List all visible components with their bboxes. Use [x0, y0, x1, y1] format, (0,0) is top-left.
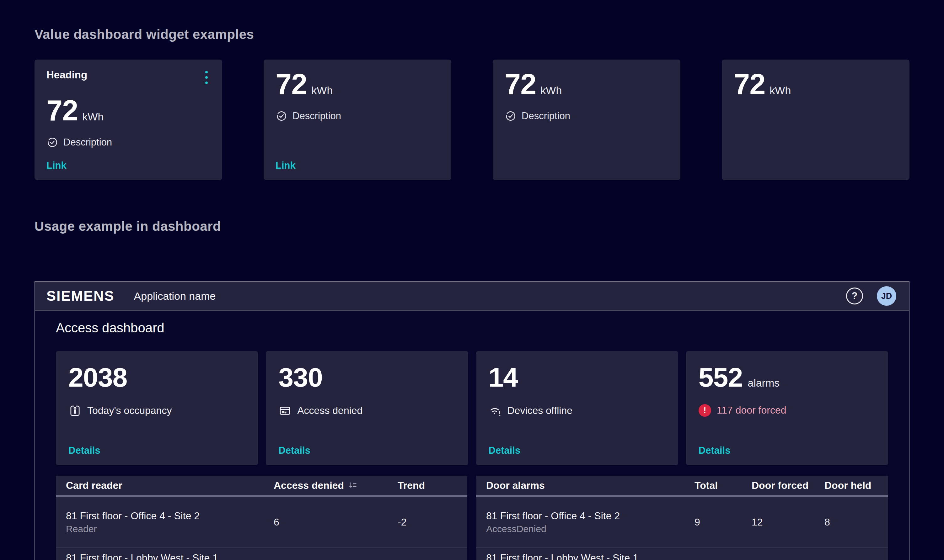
- widget-value: 72: [276, 69, 307, 99]
- widget-description: Description: [63, 137, 112, 148]
- details-link[interactable]: Details: [699, 445, 731, 456]
- kebab-menu-icon[interactable]: [203, 69, 210, 86]
- alarm-icon: !: [699, 404, 711, 417]
- stat-label: Today's occupancy: [87, 405, 172, 416]
- stat-card-alarms: 552 alarms ! 117 door forced Details: [686, 351, 888, 465]
- stat-value: 552: [699, 363, 743, 392]
- details-link[interactable]: Details: [278, 445, 310, 456]
- app-header-bar: SIEMENS Application name ? JD: [35, 282, 909, 311]
- trend-value: -2: [398, 517, 457, 528]
- tables-row: Card reader Access denied Trend: [56, 475, 888, 560]
- table-row[interactable]: 81 First floor - Lobby West - Site 1 6 0: [56, 548, 467, 560]
- row-subtitle: Reader: [66, 524, 274, 534]
- check-circle-icon: [504, 110, 517, 122]
- application-frame: SIEMENS Application name ? JD Access das…: [34, 281, 910, 560]
- details-link[interactable]: Details: [68, 445, 100, 456]
- value-widget-card-link: 72 kWh Description Link: [264, 60, 451, 180]
- stat-label: Access denied: [297, 405, 362, 416]
- stat-unit: alarms: [748, 377, 779, 389]
- widget-description: Description: [293, 110, 341, 122]
- access-denied-value: 6: [274, 517, 398, 528]
- section-title-widget-examples: Value dashboard widget examples: [34, 27, 910, 42]
- help-icon[interactable]: ?: [846, 288, 863, 305]
- value-widget-card-minimal: 72 kWh: [722, 60, 910, 180]
- table-row[interactable]: 81 First floor - Office 4 - Site 2 Acces…: [476, 497, 888, 547]
- stat-value: 2038: [68, 363, 127, 392]
- widget-link[interactable]: Link: [46, 160, 66, 171]
- widget-link[interactable]: Link: [276, 160, 296, 171]
- widget-heading: Heading: [46, 69, 87, 81]
- sort-descending-icon: [348, 480, 358, 491]
- app-content: Access dashboard 2038 Today's occupancy: [35, 311, 909, 560]
- widget-examples-row: Heading 72 kWh Description Link 72 kWh: [34, 60, 910, 180]
- widget-unit: kWh: [770, 85, 791, 97]
- row-title: 81 First floor - Office 4 - Site 2: [66, 510, 274, 522]
- widget-unit: kWh: [311, 85, 333, 97]
- check-circle-icon: [46, 136, 59, 148]
- card-reader-table: Card reader Access denied Trend: [56, 475, 467, 560]
- total-value: 9: [694, 517, 752, 528]
- section-title-usage-example: Usage example in dashboard: [34, 219, 910, 234]
- siemens-logo: SIEMENS: [46, 288, 114, 304]
- table-header-row: Card reader Access denied Trend: [56, 475, 467, 495]
- card-reader-icon: [278, 404, 292, 417]
- stat-card-devices-offline: 14 Devices offline Details: [476, 351, 678, 465]
- widget-unit: kWh: [82, 111, 103, 123]
- column-header-door-held[interactable]: Door held: [824, 480, 878, 491]
- row-title: 81 First floor - Lobby West - Site 1: [66, 552, 274, 560]
- avatar[interactable]: JD: [877, 286, 896, 306]
- table-header-divider: [476, 495, 888, 497]
- widget-value: 72: [504, 69, 536, 99]
- row-title: 81 First floor - Lobby West - Site 1: [486, 552, 694, 560]
- widget-unit: kWh: [540, 85, 562, 97]
- stat-card-occupancy: 2038 Today's occupancy Details: [56, 351, 258, 465]
- column-header-total[interactable]: Total: [694, 480, 752, 491]
- door-forced-value: 12: [752, 517, 824, 528]
- wifi-offline-icon: [489, 404, 502, 417]
- door-held-value: 8: [824, 517, 878, 528]
- stat-value: 330: [278, 363, 322, 392]
- stat-cards-row: 2038 Today's occupancy Details: [56, 351, 888, 465]
- row-title: 81 First floor - Office 4 - Site 2: [486, 510, 694, 522]
- row-subtitle: AccessDenied: [486, 524, 694, 534]
- table-header-divider: [56, 495, 467, 497]
- widget-description: Description: [521, 110, 570, 122]
- column-header-access-denied[interactable]: Access denied: [274, 480, 398, 491]
- widget-value: 72: [734, 69, 765, 99]
- table-row[interactable]: 81 First floor - Office 4 - Site 2 Reade…: [56, 497, 467, 547]
- column-header-door-alarms[interactable]: Door alarms: [486, 480, 694, 491]
- stat-label: Devices offline: [507, 405, 573, 416]
- stat-card-access-denied: 330 Access denied Details: [266, 351, 468, 465]
- column-header-door-forced[interactable]: Door forced: [752, 480, 824, 491]
- check-circle-icon: [276, 110, 287, 122]
- application-name: Application name: [134, 290, 216, 302]
- column-header-trend[interactable]: Trend: [398, 480, 457, 491]
- value-widget-card-full: Heading 72 kWh Description Link: [34, 60, 222, 180]
- column-header-card-reader[interactable]: Card reader: [66, 480, 274, 491]
- occupancy-icon: [68, 404, 82, 417]
- details-link[interactable]: Details: [489, 445, 521, 456]
- page-title: Access dashboard: [56, 320, 888, 335]
- value-widget-card-description: 72 kWh Description: [493, 60, 680, 180]
- stat-value: 14: [489, 363, 518, 392]
- stat-label: 117 door forced: [717, 405, 787, 416]
- table-row[interactable]: 81 First floor - Lobby West - Site 1 8 3…: [476, 548, 888, 560]
- table-header-row: Door alarms Total Door forced Door held: [476, 475, 888, 495]
- door-alarms-table: Door alarms Total Door forced Door held …: [476, 475, 888, 560]
- widget-value: 72: [46, 95, 78, 126]
